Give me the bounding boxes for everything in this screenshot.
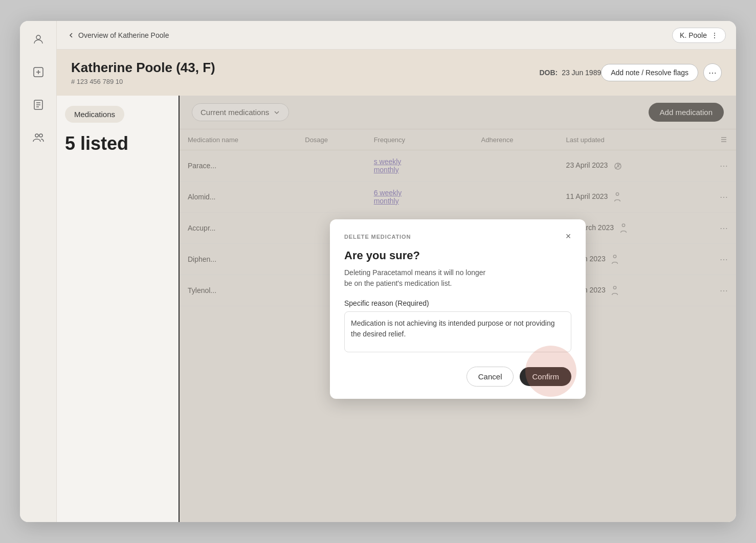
content-area: Medications 5 listed Current medications <box>57 96 736 522</box>
back-label: Overview of Katherine Poole <box>78 31 169 39</box>
medications-badge[interactable]: Medications <box>65 106 124 123</box>
user-badge[interactable]: K. Poole ⋮ <box>672 28 726 43</box>
patient-name: Katherine Poole (43, F) <box>71 60 519 76</box>
back-button[interactable]: Overview of Katherine Poole <box>67 31 169 39</box>
patient-id: # 123 456 789 10 <box>71 78 519 85</box>
modal-overlay: DELETE MEDICATION × Are you sure? Deleti… <box>180 96 736 522</box>
modal-heading: Are you sure? <box>344 249 571 262</box>
listed-label: listed <box>80 133 128 154</box>
sidebar-icon-notes[interactable] <box>28 95 49 115</box>
svg-point-4 <box>39 134 42 137</box>
modal-desc-line2: be on the patient's medication list. <box>344 279 452 287</box>
app-window: Overview of Katherine Poole K. Poole ⋮ K… <box>20 21 736 522</box>
svg-point-0 <box>36 35 40 39</box>
dob-label: DOB: <box>539 69 558 77</box>
sidebar-icon-patient[interactable] <box>28 62 49 82</box>
modal-footer: Cancel Confirm <box>344 367 571 387</box>
cancel-button[interactable]: Cancel <box>466 367 514 387</box>
add-note-button[interactable]: Add note / Resolve flags <box>601 64 698 81</box>
modal-description: Deleting Paracetamol means it will no lo… <box>344 267 571 289</box>
modal-close-button[interactable]: × <box>561 230 575 244</box>
modal-reason-textarea[interactable] <box>344 311 571 352</box>
top-bar: Overview of Katherine Poole K. Poole ⋮ <box>57 21 736 50</box>
sidebar-icon-group[interactable] <box>28 127 49 148</box>
patient-header: Katherine Poole (43, F) # 123 456 789 10… <box>57 50 736 96</box>
sidebar <box>20 21 57 522</box>
svg-point-3 <box>35 134 38 137</box>
med-count: 5 <box>65 133 75 154</box>
modal-reason-label: Specific reason (Required) <box>344 299 571 307</box>
sidebar-icon-avatar[interactable] <box>28 29 49 50</box>
left-panel: Medications 5 listed <box>57 96 180 522</box>
listed-count: 5 listed <box>65 133 170 154</box>
modal-desc-line1: Deleting Paracetamol means it will no lo… <box>344 268 485 277</box>
patient-actions: Add note / Resolve flags ⋯ <box>601 63 722 82</box>
main-content: Overview of Katherine Poole K. Poole ⋮ K… <box>57 21 736 522</box>
delete-medication-modal: DELETE MEDICATION × Are you sure? Deleti… <box>330 219 586 399</box>
patient-dob: DOB: 23 Jun 1989 <box>539 69 601 77</box>
patient-more-button[interactable]: ⋯ <box>703 63 722 82</box>
user-label: K. Poole <box>680 31 707 39</box>
dob-value: 23 Jun 1989 <box>562 69 601 77</box>
patient-info: Katherine Poole (43, F) # 123 456 789 10 <box>71 60 519 85</box>
right-panel: Current medications Add medication Medic… <box>180 96 736 522</box>
user-more-icon: ⋮ <box>711 31 718 39</box>
confirm-button[interactable]: Confirm <box>520 367 571 386</box>
modal-title: DELETE MEDICATION <box>344 234 571 240</box>
